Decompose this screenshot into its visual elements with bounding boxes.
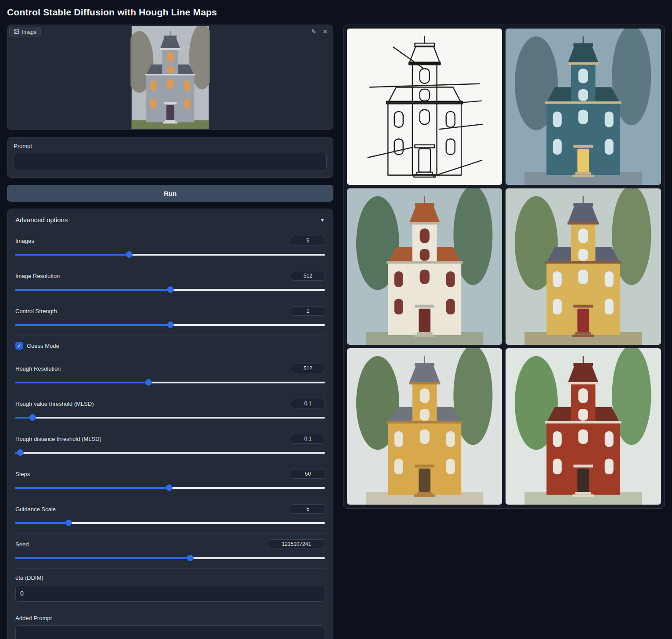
hough-resolution-slider-handle[interactable]: [145, 379, 152, 386]
image-resolution-slider-handle[interactable]: [167, 286, 174, 293]
image-panel-label-text: Image: [22, 29, 36, 35]
guidance-scale-slider-handle[interactable]: [65, 520, 72, 526]
guidance-scale-label: Guidance Scale: [15, 506, 56, 513]
steps-value[interactable]: 50: [291, 469, 325, 479]
image-resolution-label: Image Resolution: [15, 273, 60, 279]
images-slider[interactable]: [15, 251, 325, 258]
eta-ddim-label: eta (DDIM): [15, 574, 43, 581]
run-button[interactable]: Run: [7, 185, 333, 202]
app-page: Control Stable Diffusion with Hough Line…: [0, 0, 672, 639]
guidance-scale-slider[interactable]: [15, 520, 325, 526]
image-icon: [14, 29, 19, 36]
hough-value-threshold-label: Hough value threshold (MLSD): [15, 401, 94, 407]
left-column: Image ✎ ✕ Prompt Run Advanced options ▼: [7, 25, 333, 639]
input-image-area: [8, 26, 332, 129]
guidance-scale-slider-fill: [15, 522, 69, 524]
seed-slider[interactable]: [15, 555, 325, 561]
advanced-options-header[interactable]: Advanced options ▼: [14, 215, 326, 230]
gallery-grid: [347, 29, 661, 505]
gallery-item-red-brick-victorian-painting[interactable]: [506, 348, 661, 505]
hough-distance-threshold-value[interactable]: 0.1: [291, 434, 325, 444]
steps-slider-fill: [15, 487, 169, 489]
hough-distance-threshold-label: Hough distance threshold (MLSD): [15, 436, 101, 442]
page-title: Control Stable Diffusion with Hough Line…: [7, 7, 665, 18]
control-strength-label: Control Strength: [15, 308, 57, 314]
hough-resolution-label: Hough Resolution: [15, 365, 61, 372]
hough-value-threshold-value[interactable]: 0.1: [291, 399, 325, 408]
hough-value-threshold-slider-rail: [15, 417, 325, 419]
control-strength-value[interactable]: 1: [291, 306, 325, 316]
images-slider-handle[interactable]: [126, 251, 133, 258]
hough-distance-threshold-slider-rail: [15, 452, 325, 454]
images-value[interactable]: 5: [291, 236, 325, 245]
steps-control: Steps 50: [14, 463, 326, 498]
guess-mode-checkbox[interactable]: ✓ Guess Mode: [15, 341, 325, 350]
seed-control: Seed 1215107241: [14, 533, 326, 568]
images-label: Images: [15, 238, 34, 244]
hough-distance-threshold-slider-handle[interactable]: [17, 449, 24, 456]
prompt-label: Prompt: [14, 143, 327, 149]
gallery-item-golden-victorian-painting[interactable]: [347, 348, 502, 505]
seed-label: Seed: [15, 541, 29, 548]
prompt-block: Prompt: [7, 137, 333, 178]
guess-mode-label: Guess Mode: [27, 343, 59, 349]
control-strength-control: Control Strength 1: [14, 300, 326, 335]
guidance-scale-value[interactable]: 5: [291, 504, 325, 514]
guidance-scale-control: Guidance Scale 5: [14, 498, 326, 533]
clear-image-button[interactable]: ✕: [322, 29, 328, 35]
guess-mode-control: ✓ Guess Mode: [14, 335, 326, 357]
added-prompt-control: Added Prompt: [14, 609, 326, 639]
steps-slider-handle[interactable]: [166, 484, 173, 491]
advanced-controls: Images 5 Image Resolution 512 Control St…: [14, 230, 326, 639]
image-resolution-control: Image Resolution 512: [14, 265, 326, 300]
gallery-item-hough-line-map[interactable]: [347, 29, 502, 185]
control-strength-slider[interactable]: [15, 321, 325, 328]
image-resolution-slider[interactable]: [15, 286, 325, 293]
hough-resolution-slider[interactable]: [15, 379, 325, 386]
steps-label: Steps: [15, 471, 30, 477]
image-panel-actions: ✎ ✕: [311, 29, 328, 35]
hough-distance-threshold-slider[interactable]: [15, 449, 325, 456]
images-slider-fill: [15, 254, 129, 256]
prompt-input[interactable]: [14, 153, 327, 170]
input-image-preview: [130, 26, 210, 129]
edit-image-button[interactable]: ✎: [311, 29, 317, 35]
added-prompt-input[interactable]: [15, 625, 325, 639]
seed-slider-fill: [15, 557, 190, 559]
gallery-item-white-victorian-painting[interactable]: [347, 188, 502, 345]
advanced-options-panel: Advanced options ▼ Images 5 Image Resolu…: [7, 209, 333, 639]
main-layout: Image ✎ ✕ Prompt Run Advanced options ▼: [7, 25, 665, 639]
hough-value-threshold-control: Hough value threshold (MLSD) 0.1: [14, 393, 326, 428]
control-strength-slider-handle[interactable]: [167, 321, 174, 328]
image-resolution-slider-fill: [15, 289, 170, 291]
collapse-arrow-icon: ▼: [320, 217, 325, 223]
added-prompt-label: Added Prompt: [15, 615, 52, 621]
seed-value[interactable]: 1215107241: [268, 539, 325, 549]
gallery-item-yellow-victorian-painting[interactable]: [506, 188, 661, 345]
control-strength-slider-fill: [15, 324, 170, 326]
eta-ddim-control: eta (DDIM): [14, 568, 326, 609]
eta-ddim-input[interactable]: [15, 585, 325, 602]
hough-distance-threshold-control: Hough distance threshold (MLSD) 0.1: [14, 428, 326, 463]
hough-value-threshold-slider-handle[interactable]: [29, 414, 36, 421]
hough-resolution-value[interactable]: 512: [291, 364, 325, 373]
image-resolution-value[interactable]: 512: [291, 271, 325, 281]
gallery-item-blue-victorian-painting[interactable]: [506, 29, 661, 185]
output-gallery: [343, 25, 665, 509]
hough-resolution-slider-fill: [15, 382, 148, 383]
images-control: Images 5: [14, 230, 326, 265]
advanced-options-label: Advanced options: [15, 216, 68, 224]
hough-value-threshold-slider[interactable]: [15, 414, 325, 421]
steps-slider[interactable]: [15, 484, 325, 491]
image-panel-label: Image: [9, 27, 41, 37]
image-upload-panel[interactable]: Image ✎ ✕: [7, 25, 333, 130]
seed-slider-handle[interactable]: [187, 555, 194, 561]
guess-mode-checkbox-box[interactable]: ✓: [15, 342, 23, 350]
hough-resolution-control: Hough Resolution 512: [14, 357, 326, 393]
